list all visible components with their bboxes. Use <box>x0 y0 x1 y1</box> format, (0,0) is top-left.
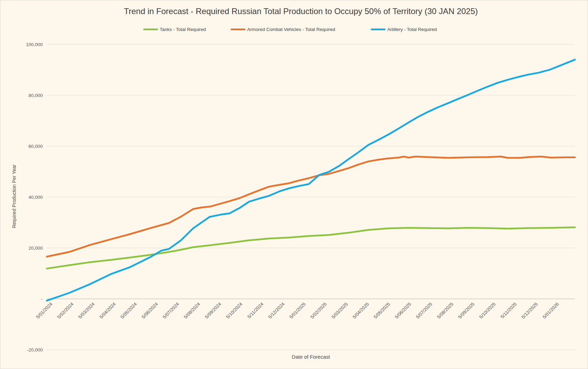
x-tick-label: 5/01/2026 <box>542 302 560 320</box>
x-tick-label: 5/04/2024 <box>98 301 117 319</box>
x-tick-label: 5/10/2024 <box>225 301 243 319</box>
x-tick-label: 5/02/2025 <box>309 302 328 320</box>
y-tick-label: 80,000 <box>29 93 43 98</box>
plot-area: 100,00080,00060,00040,00020,000--20,0005… <box>0 0 588 369</box>
y-tick-label: -20,000 <box>27 347 43 352</box>
y-tick-label: 20,000 <box>29 246 43 251</box>
x-tick-label: 5/09/2024 <box>204 301 222 319</box>
x-tick-label: 5/12/2025 <box>521 302 539 320</box>
x-tick-label: 5/11/2024 <box>246 301 265 319</box>
x-tick-label: 5/07/2025 <box>415 302 433 320</box>
x-tick-label: 5/10/2025 <box>478 302 496 320</box>
series-line-artillery <box>47 59 575 301</box>
x-tick-label: 5/01/2025 <box>288 302 307 320</box>
x-tick-label: 5/03/2024 <box>77 301 96 319</box>
x-axis-title: Date of Forecast <box>47 354 575 360</box>
y-tick-label: 60,000 <box>29 144 43 149</box>
x-tick-label: 5/07/2024 <box>162 301 180 319</box>
x-tick-label: 5/02/2024 <box>56 301 74 319</box>
x-tick-label: 5/08/2024 <box>183 301 201 319</box>
y-tick-label: 100,000 <box>26 42 43 47</box>
x-tick-label: 5/03/2025 <box>330 302 349 320</box>
y-axis-title: Required Production Per Year <box>11 164 17 228</box>
x-tick-label: 5/06/2024 <box>141 301 159 319</box>
x-tick-label: 5/06/2025 <box>394 302 412 320</box>
x-tick-label: 5/05/2024 <box>119 301 138 319</box>
y-tick-label: 40,000 <box>29 195 43 200</box>
y-tick-label: - <box>41 296 43 302</box>
series-line-acv <box>47 156 575 257</box>
chart-canvas: Trend in Forecast - Required Russian Tot… <box>0 0 588 369</box>
x-tick-label: 5/11/2025 <box>500 302 517 319</box>
x-tick-label: 5/12/2024 <box>267 301 285 319</box>
x-tick-label: 5/09/2025 <box>457 302 475 320</box>
x-tick-label: 5/04/2025 <box>352 302 370 320</box>
x-tick-label: 5/05/2025 <box>373 302 391 320</box>
x-tick-label: 5/08/2025 <box>436 302 454 320</box>
x-tick-label: 5/01/2024 <box>35 301 53 319</box>
